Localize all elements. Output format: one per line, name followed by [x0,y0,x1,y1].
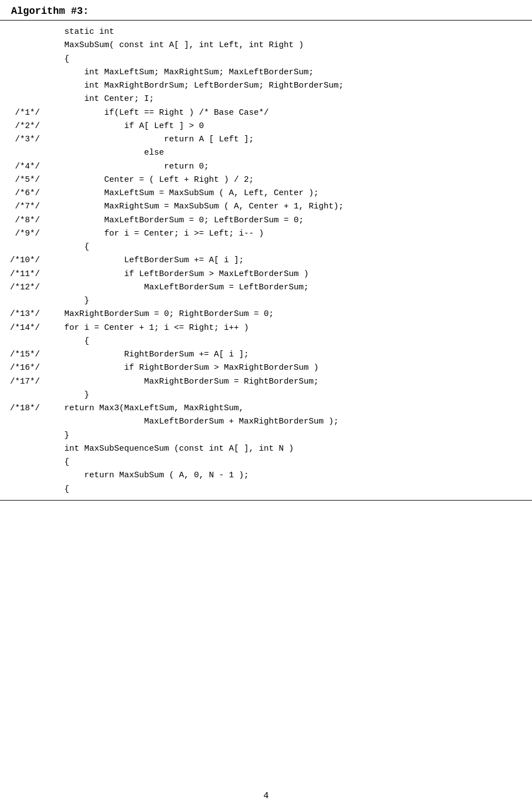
line-content-31: int MaxSubSequenceSum (const int A[ ], i… [44,442,532,455]
line-content-29: MaxLeftBorderSum + MaxRightBorderSum ); [44,415,532,428]
code-line-9: /*9*/ for i = Center; i >= Left; i-- ) [0,227,532,240]
code-line-14: /*14*/ for i = Center + 1; i <= Right; i… [0,321,532,334]
line-label-14: /*8*/ [0,213,44,227]
code-line-signature: MaxSubSum( const int A[ ], int Left, int… [0,38,532,52]
line-content-7: if A[ Left ] > 0 [44,119,532,132]
line-label-25: /*16*/ [0,361,44,374]
line-content-12: MaxLeftSum = MaxSubSum ( A, Left, Center… [44,186,532,200]
line-content-11: Center = ( Left + Right ) / 2; [44,173,532,186]
line-label-31 [0,442,44,442]
line-content-28: return Max3(MaxLeftSum, MaxRightSum, [44,401,532,415]
code-line-4: /*4*/ return 0; [0,160,532,173]
code-line-var2: int MaxRightBordrSum; LeftBorderSum; Rig… [0,79,532,92]
line-label-11: /*5*/ [0,173,44,186]
line-label-1 [0,38,44,39]
code-line-12: /*12*/ MaxLeftBorderSum = LeftBorderSum; [0,280,532,294]
code-line-18a: /*18*/ return Max3(MaxLeftSum, MaxRightS… [0,401,532,415]
line-content-27: } [44,388,532,401]
code-line-17: /*17*/ MaxRightBorderSum = RightBorderSu… [0,375,532,388]
line-content-32: { [44,455,532,468]
line-content-0: static int [44,25,532,38]
code-line-var3: int Center; I; [0,92,532,105]
line-content-26: MaxRightBorderSum = RightBorderSum; [44,375,532,388]
code-line-return: return MaxSubSum ( A, 0, N - 1 ); [0,468,532,482]
page-container: Algorithm #3: static int MaxSubSum( cons… [0,0,532,811]
line-content-16: { [44,240,532,253]
code-line-13: /*13*/ MaxRightBorderSum = 0; RightBorde… [0,307,532,320]
line-label-18: /*11*/ [0,267,44,280]
page-title: Algorithm #3: [0,0,532,20]
line-label-13: /*7*/ [0,200,44,213]
line-content-8: return A [ Left ]; [44,132,532,146]
line-label-2 [0,52,44,53]
line-content-5: int Center; I; [44,92,532,105]
code-line-11: /*11*/ if LeftBorderSum > MaxLeftBorderS… [0,267,532,280]
line-content-9: else [44,146,532,159]
line-content-13: MaxRightSum = MaxSubSum ( A, Center + 1,… [44,200,532,213]
line-label-17: /*10*/ [0,253,44,267]
line-label-34 [0,482,44,483]
line-label-0 [0,25,44,25]
code-line-1: /*1*/ if(Left == Right ) /* Base Case*/ [0,106,532,119]
line-content-25: if RightBorderSum > MaxRightBorderSum ) [44,361,532,374]
line-content-30: } [44,429,532,442]
line-label-22: /*14*/ [0,321,44,334]
code-line-15: /*15*/ RightBorderSum += A[ i ]; [0,348,532,361]
line-label-8: /*3*/ [0,132,44,146]
line-content-21: MaxRightBorderSum = 0; RightBorderSum = … [44,307,532,320]
code-line-2: /*2*/ if A[ Left ] > 0 [0,119,532,132]
line-label-29 [0,415,44,415]
line-label-9 [0,146,44,146]
line-label-21: /*13*/ [0,307,44,320]
title-text: Algorithm #3: [11,6,89,17]
line-content-1: MaxSubSum( const int A[ ], int Left, int… [44,38,532,52]
page-number: 4 [263,791,269,801]
line-label-23 [0,334,44,335]
code-line-open-brace4: { [0,455,532,468]
code-line-open-brace2: { [0,240,532,253]
code-line-static-int: static int [0,25,532,38]
bottom-divider [0,500,532,501]
line-content-3: int MaxLeftSum; MaxRightSum; MaxLeftBord… [44,65,532,79]
code-line-6: /*6*/ MaxLeftSum = MaxSubSum ( A, Left, … [0,186,532,200]
code-line-open-brace3: { [0,334,532,348]
code-line-8: /*8*/ MaxLeftBorderSum = 0; LeftBorderSu… [0,213,532,227]
code-line-16: /*16*/ if RightBorderSum > MaxRightBorde… [0,361,532,374]
line-content-33: return MaxSubSum ( A, 0, N - 1 ); [44,468,532,482]
line-label-24: /*15*/ [0,348,44,361]
code-line-7: /*7*/ MaxRightSum = MaxSubSum ( A, Cente… [0,200,532,213]
code-line-5: /*5*/ Center = ( Left + Right ) / 2; [0,173,532,186]
code-line-3: /*3*/ return A [ Left ]; [0,132,532,146]
code-line-close-brace2: } [0,388,532,401]
line-label-27 [0,388,44,389]
line-label-5 [0,92,44,93]
line-content-14: MaxLeftBorderSum = 0; LeftBorderSum = 0; [44,213,532,227]
line-label-4 [0,79,44,79]
line-content-4: int MaxRightBordrSum; LeftBorderSum; Rig… [44,79,532,92]
line-label-20 [0,294,44,294]
line-label-15: /*9*/ [0,227,44,240]
line-content-22: for i = Center + 1; i <= Right; i++ ) [44,321,532,334]
line-label-12: /*6*/ [0,186,44,200]
line-content-34: { [44,482,532,496]
line-label-19: /*12*/ [0,280,44,294]
line-label-28: /*18*/ [0,401,44,415]
line-content-18: if LeftBorderSum > MaxLeftBorderSum ) [44,267,532,280]
line-label-3 [0,65,44,66]
line-label-30 [0,429,44,429]
code-line-maxsub: int MaxSubSequenceSum (const int A[ ], i… [0,442,532,455]
line-content-17: LeftBorderSum += A[ i ]; [44,253,532,267]
code-area: static int MaxSubSum( const int A[ ], in… [0,21,532,500]
line-content-20: } [44,294,532,307]
line-label-26: /*17*/ [0,375,44,388]
code-line-10: /*10*/ LeftBorderSum += A[ i ]; [0,253,532,267]
line-content-24: RightBorderSum += A[ i ]; [44,348,532,361]
line-content-19: MaxLeftBorderSum = LeftBorderSum; [44,280,532,294]
line-label-32 [0,455,44,456]
code-line-else: else [0,146,532,159]
code-line-18b: MaxLeftBorderSum + MaxRightBorderSum ); [0,415,532,428]
page-footer: 4 [0,791,532,801]
line-label-10: /*4*/ [0,160,44,173]
line-content-15: for i = Center; i >= Left; i-- ) [44,227,532,240]
code-line-close-brace1: } [0,294,532,307]
